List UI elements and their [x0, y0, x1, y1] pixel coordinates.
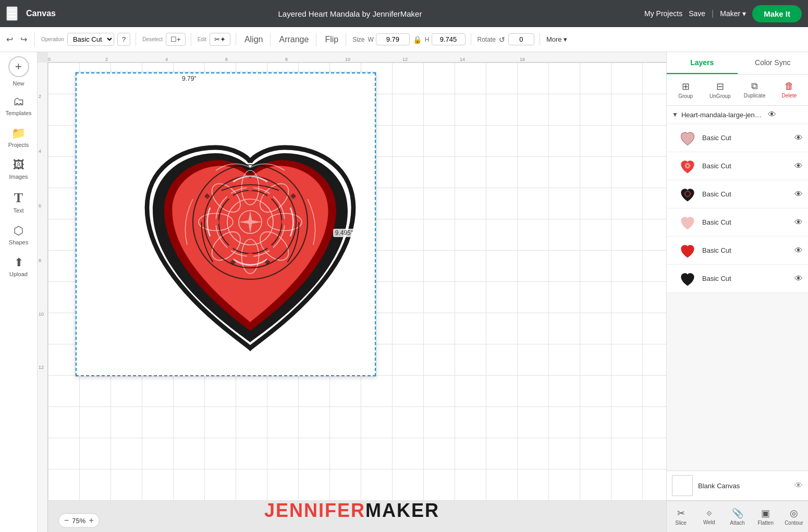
layer-visibility-button-1[interactable]: 👁 [794, 133, 803, 143]
height-input[interactable] [432, 33, 466, 45]
bottom-actions: ✂ Slice ⟐ Weld 📎 Attach ▣ Flatten ◎ Cont… [667, 501, 808, 532]
canvas-mat[interactable]: 9.79" 9.495" [75, 72, 376, 377]
layer-visibility-button-4[interactable]: 👁 [794, 218, 803, 227]
layer-item-2[interactable]: Basic Cut 👁 [667, 152, 808, 180]
tab-color-sync[interactable]: Color Sync [738, 52, 809, 74]
panel-actions: ⊞ Group ⊟ UnGroup ⧉ Duplicate 🗑 Delete [667, 75, 808, 106]
weld-button[interactable]: ⟐ Weld [695, 504, 723, 529]
ruler-v-12: 12 [39, 365, 44, 370]
canvas-design[interactable] [107, 93, 394, 385]
canvas-area[interactable]: 0 2 4 6 8 10 12 14 16 2 4 6 8 10 12 [38, 52, 666, 532]
layer-visibility-button-6[interactable]: 👁 [794, 274, 803, 283]
my-projects-button[interactable]: My Projects [644, 9, 682, 18]
attach-button[interactable]: 📎 Attach [723, 504, 751, 529]
toolbar-edit-group: Edit ✂✦ [198, 33, 236, 46]
layer-thumb-svg-5 [678, 241, 697, 260]
delete-icon: 🗑 [785, 81, 794, 92]
attach-icon: 📎 [732, 508, 743, 519]
redo-button[interactable]: ↪ [18, 32, 29, 46]
width-label: W [368, 36, 374, 43]
width-input[interactable] [376, 33, 410, 45]
make-it-button[interactable]: Make It [752, 5, 802, 22]
layer-group-header[interactable]: ▼ Heart-mandala-large-jenni... 👁 [667, 106, 808, 124]
ruler-v-2: 2 [39, 94, 41, 99]
nav-right: My Projects Save | Maker ▾ Make It [644, 5, 802, 22]
watermark-jennifer: JENNIFER [264, 500, 365, 521]
more-button[interactable]: More ▾ [546, 35, 567, 43]
layer-thumb-4 [677, 212, 698, 233]
edit-label: Edit [198, 36, 206, 42]
save-button[interactable]: Save [689, 9, 705, 18]
layer-group-visibility-button[interactable]: 👁 [768, 110, 776, 119]
tab-layers[interactable]: Layers [667, 52, 738, 74]
undo-button[interactable]: ↩ [4, 32, 15, 46]
layer-thumb-2 [677, 156, 698, 177]
layer-thumb-svg-3 [678, 185, 697, 204]
sidebar-label-upload: Upload [9, 271, 28, 277]
layer-item-4[interactable]: Basic Cut 👁 [667, 208, 808, 237]
align-button[interactable]: Align [242, 33, 265, 46]
ruler-num-12: 12 [402, 57, 408, 62]
templates-icon: 🗂 [13, 95, 25, 108]
layer-item-1[interactable]: Basic Cut 👁 [667, 124, 808, 152]
canvas-title: Layered Heart Mandala by JenniferMaker [64, 9, 636, 18]
layer-visibility-button-3[interactable]: 👁 [794, 190, 803, 199]
layer-visibility-button-5[interactable]: 👁 [794, 246, 803, 255]
deselect-label: Deselect [142, 36, 163, 42]
layers-list: ▼ Heart-mandala-large-jenni... 👁 Basic C… [667, 106, 808, 471]
ruler-num-2: 2 [105, 57, 108, 62]
toolbar-flip-group: Flip [323, 33, 346, 46]
layer-item-5[interactable]: Basic Cut 👁 [667, 237, 808, 265]
deselect-button[interactable]: ☐+ [166, 33, 186, 46]
operation-help-button[interactable]: ? [117, 33, 130, 46]
flip-button[interactable]: Flip [323, 33, 340, 46]
hamburger-menu[interactable]: ☰ [6, 6, 18, 21]
heart-mandala-svg [107, 93, 394, 385]
blank-canvas-visibility-button[interactable]: 👁 [794, 481, 803, 490]
layer-visibility-button-2[interactable]: 👁 [794, 162, 803, 171]
height-input-group: H [425, 33, 466, 45]
flatten-icon: ▣ [761, 508, 770, 519]
contour-icon: ◎ [790, 508, 798, 519]
operation-select[interactable]: Basic Cut [67, 33, 114, 46]
layer-item-6[interactable]: Basic Cut 👁 [667, 265, 808, 293]
ruler-num-0: 0 [48, 57, 51, 62]
layer-name-2: Basic Cut [702, 162, 790, 170]
sidebar-item-images[interactable]: 🖼 Images [2, 154, 35, 184]
sidebar-item-projects[interactable]: 📁 Projects [2, 122, 35, 152]
slice-button[interactable]: ✂ Slice [667, 504, 695, 529]
zoom-level: 75% [72, 517, 85, 525]
layer-name-6: Basic Cut [702, 275, 790, 282]
ruler-left: 2 4 6 8 10 12 [38, 63, 48, 532]
delete-button[interactable]: 🗑 Delete [773, 78, 806, 102]
blank-canvas-label: Blank Canvas [698, 482, 789, 490]
maker-button[interactable]: Maker ▾ [720, 9, 746, 18]
zoom-in-button[interactable]: + [89, 516, 93, 525]
layer-name-4: Basic Cut [702, 218, 790, 226]
flatten-button[interactable]: ▣ Flatten [752, 504, 780, 529]
ungroup-button[interactable]: ⊟ UnGroup [703, 78, 737, 102]
sidebar-item-shapes[interactable]: ⬡ Shapes [2, 220, 35, 250]
ruler-num-4: 4 [165, 57, 168, 62]
contour-button[interactable]: ◎ Contour [780, 504, 808, 529]
layer-item-3[interactable]: Basic Cut 👁 [667, 180, 808, 208]
edit-button[interactable]: ✂✦ [210, 33, 230, 46]
duplicate-button[interactable]: ⧉ Duplicate [738, 78, 772, 102]
new-button[interactable]: + [8, 56, 29, 77]
layer-thumb-3 [677, 184, 698, 205]
canvas-grid[interactable]: 9.79" 9.495" [48, 63, 666, 501]
blank-canvas-row[interactable]: Blank Canvas 👁 [667, 471, 808, 501]
new-item[interactable]: + New [8, 56, 29, 86]
duplicate-icon: ⧉ [751, 81, 758, 92]
ruler-v-8: 8 [39, 258, 41, 263]
sidebar-item-upload[interactable]: ⬆ Upload [2, 252, 35, 281]
group-button[interactable]: ⊞ Group [669, 78, 702, 102]
arrange-button[interactable]: Arrange [277, 33, 311, 46]
sidebar-item-templates[interactable]: 🗂 Templates [2, 91, 35, 120]
images-icon: 🖼 [13, 158, 25, 172]
zoom-out-button[interactable]: − [64, 516, 69, 525]
sidebar-item-text[interactable]: T Text [2, 186, 35, 218]
right-panel-tabs: Layers Color Sync [667, 52, 808, 75]
toolbar-arrange-group: Arrange [277, 33, 316, 46]
rotate-input[interactable] [508, 33, 534, 45]
